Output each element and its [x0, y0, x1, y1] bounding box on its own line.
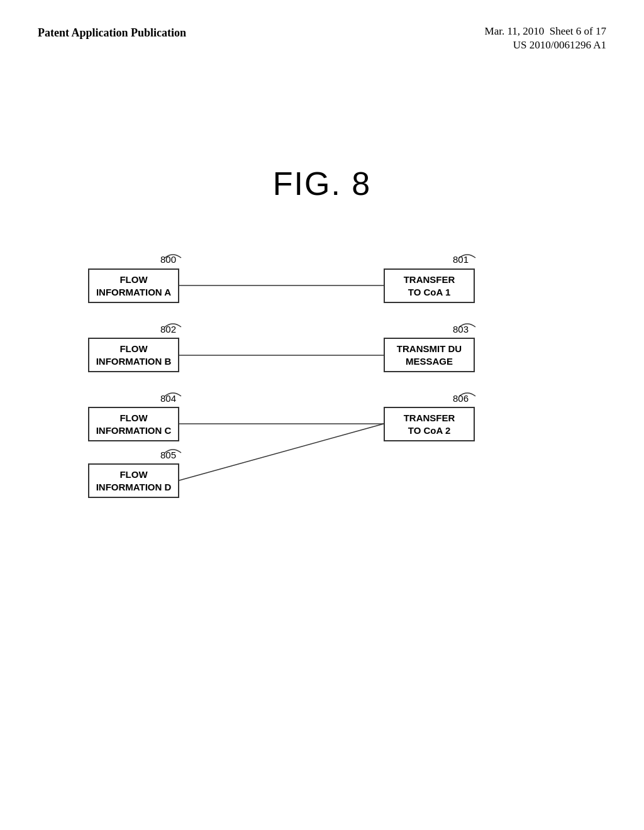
box-803: TRANSMIT DUMESSAGE	[384, 338, 475, 372]
node-id-805: 805	[160, 450, 176, 460]
publication-date: Mar. 11, 2010 Sheet 6 of 17	[485, 25, 606, 38]
node-id-801: 801	[453, 254, 469, 265]
node-id-806: 806	[453, 393, 469, 404]
box-800: FLOWINFORMATION A	[88, 268, 179, 303]
node-id-803: 803	[453, 324, 469, 335]
box-801: TRANSFERTO CoA 1	[384, 268, 475, 303]
box-802: FLOWINFORMATION B	[88, 338, 179, 372]
node-id-800: 800	[160, 254, 176, 265]
box-806: TRANSFERTO CoA 2	[384, 407, 475, 441]
header-right: Mar. 11, 2010 Sheet 6 of 17 US 2010/0061…	[485, 25, 606, 52]
node-id-802: 802	[160, 324, 176, 335]
diagram-area: 800 801 802 803 804 806 805 FLOWINFORMAT…	[38, 234, 606, 599]
publication-title: Patent Application Publication	[38, 25, 186, 41]
node-id-804: 804	[160, 393, 176, 404]
page-container: Patent Application Publication Mar. 11, …	[0, 0, 644, 830]
box-804: FLOWINFORMATION C	[88, 407, 179, 441]
patent-number: US 2010/0061296 A1	[513, 39, 606, 52]
page-header: Patent Application Publication Mar. 11, …	[38, 25, 606, 52]
svg-line-3	[179, 424, 384, 480]
figure-title: FIG. 8	[38, 165, 606, 202]
box-805: FLOWINFORMATION D	[88, 463, 179, 498]
